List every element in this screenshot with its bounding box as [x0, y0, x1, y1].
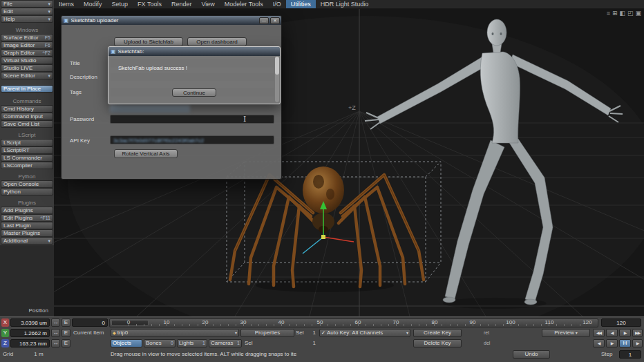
auto-key-dropdown[interactable]: ✓ Auto Key: All Channels ▾ — [319, 329, 410, 337]
menu-utilities[interactable]: Utilities — [286, 0, 316, 8]
layout-corner-icon[interactable]: ◰ — [627, 10, 634, 17]
y-expand-icon[interactable]: ↔ — [51, 329, 60, 337]
open-dashboard-button[interactable]: Open dashboard — [187, 37, 247, 46]
title-field-label: Title — [70, 60, 80, 66]
menu-modeler-tools[interactable]: Modeler Tools — [220, 0, 268, 8]
blurred-option-control[interactable] — [110, 105, 190, 113]
timeline-ruler[interactable]: 0 10 20 30 40 50 60 70 80 90 100 110 120 — [109, 318, 598, 327]
continue-button[interactable]: Continue — [172, 88, 216, 97]
x-expand-icon[interactable]: ↔ — [51, 318, 60, 327]
menu-io[interactable]: I/O — [268, 0, 286, 8]
sidebar-empty-area: Position — [0, 245, 54, 316]
sidebar-item-add-plugins[interactable]: Add Plugins — [1, 207, 53, 214]
step-value-field[interactable]: 1 — [619, 350, 641, 359]
sidebar-item-save-cmd-list[interactable]: Save Cmd List — [1, 120, 53, 128]
sidebar-item-lscript[interactable]: LScript — [1, 139, 53, 146]
spider-marking — [313, 175, 324, 189]
sidebar-menu-edit[interactable]: Edit ▾ — [1, 8, 53, 15]
sidebar-item-virtual-studio[interactable]: Virtual Studio — [1, 57, 53, 64]
sidebar-item-lscompiler[interactable]: LSCompiler — [1, 162, 53, 169]
close-icon[interactable]: ✕ — [270, 17, 280, 24]
z-position-field[interactable]: 163.23 mm — [10, 339, 50, 347]
frame-forward-button[interactable]: ▶ — [606, 339, 618, 347]
create-key-shortcut: ret — [484, 329, 489, 337]
layout-quad-icon[interactable]: ⊞ — [612, 10, 618, 17]
sidebar-item-master-plugins[interactable]: Master Plugins — [1, 229, 53, 237]
bones-button[interactable]: Bones 0 — [144, 339, 176, 347]
sidebar-menu-help[interactable]: Help ▾ — [1, 15, 53, 23]
menu-setup[interactable]: Setup — [107, 0, 133, 8]
hold-button[interactable]: H — [619, 339, 631, 347]
sidebar-item-last-plugin[interactable]: Last Plugin — [1, 222, 53, 229]
properties-button[interactable]: Properties — [240, 329, 294, 337]
go-to-start-button[interactable]: ◀◀ — [593, 329, 605, 337]
sidebar-item-open-console[interactable]: Open Console — [1, 180, 53, 188]
api-key-input[interactable]: 3c3ac7f7b0d977c8f7f0c2243f0ab7c2 — [110, 135, 274, 144]
sidebar-item-cmd-history[interactable]: Cmd History — [1, 105, 53, 113]
y-position-field[interactable]: 1.2662 m — [10, 329, 50, 337]
lights-button[interactable]: Lights 1 — [177, 339, 207, 347]
cameras-button[interactable]: Cameras 1 — [209, 339, 242, 347]
image-editor-label: Image Editor — [3, 42, 35, 48]
sidebar-item-python[interactable]: Python — [1, 188, 53, 196]
virtual-studio-label: Virtual Studio — [3, 57, 36, 64]
sidebar-item-parent-in-place[interactable]: Parent in Place — [1, 85, 53, 93]
popup-scrollbar[interactable] — [275, 57, 279, 102]
play-forward-button[interactable]: ▶ — [619, 329, 631, 337]
menu-render[interactable]: Render — [167, 0, 197, 8]
step-back-button[interactable]: ◀ — [606, 329, 618, 337]
popup-titlebar[interactable]: ▣ Sketchfab: — [108, 47, 280, 56]
last-plugin-label: Last Plugin — [3, 222, 31, 229]
scrollbar-thumb[interactable] — [275, 57, 279, 75]
current-frame-field[interactable]: 0 — [72, 318, 108, 327]
layout-single-icon[interactable]: ▣ — [635, 10, 641, 17]
play-button[interactable]: ▶ — [632, 339, 643, 347]
delete-key-button[interactable]: Delete Key — [413, 339, 462, 347]
sidebar-item-edit-plugins[interactable]: Edit Plugins ^F11 — [1, 214, 53, 222]
sidebar-item-scene-editor[interactable]: Scene Editor ▾ — [1, 72, 53, 79]
go-to-end-button[interactable]: ▶▶ — [632, 329, 643, 337]
x-envelope-button[interactable]: E — [61, 318, 70, 327]
master-plugins-label: Master Plugins — [3, 230, 40, 236]
sidebar-item-command-input[interactable]: Command Input — [1, 113, 53, 120]
menu-modify[interactable]: Modify — [79, 0, 107, 8]
rotate-vertical-axis-button[interactable]: Rotate Vertical Axis — [114, 149, 178, 158]
sidebar-item-studio-live[interactable]: Studio LIVE — [1, 64, 53, 72]
popup-title: Sketchfab: — [118, 48, 144, 55]
sidebar-item-lscript-rt[interactable]: LScript/RT — [1, 146, 53, 154]
frame-back-button[interactable]: ◀ — [593, 339, 605, 347]
create-key-button[interactable]: Create Key — [413, 329, 462, 337]
sidebar-item-graph-editor[interactable]: Graph Editor ^F2 — [1, 49, 53, 57]
sidebar-item-surface-editor[interactable]: Surface Editor F5 — [1, 34, 53, 41]
dialog-titlebar[interactable]: ▣ Sketchfab uploader — ✕ — [61, 16, 281, 25]
x-position-field[interactable]: 3.0398 um — [10, 318, 50, 327]
menu-items[interactable]: Items — [54, 0, 79, 8]
preview-dropdown[interactable]: Preview ▾ — [542, 329, 590, 337]
password-input[interactable]: I — [110, 115, 274, 124]
lightwave-layout-window: Items Modify Setup FX Tools Render View … — [0, 0, 644, 362]
z-axis-chip: Z — [1, 339, 9, 347]
sidebar-item-image-editor[interactable]: Image Editor F6 — [1, 41, 53, 49]
y-envelope-button[interactable]: E — [61, 329, 70, 337]
minimize-icon[interactable]: — — [259, 17, 269, 24]
humanoid-left-foot — [443, 297, 455, 303]
scene-editor-label: Scene Editor — [3, 73, 35, 79]
menu-view[interactable]: View — [196, 0, 219, 8]
upload-to-sketchfab-button[interactable]: Upload to Sketchfab — [114, 37, 183, 46]
z-expand-icon[interactable]: ↔ — [51, 339, 60, 347]
sidebar-item-ls-commander[interactable]: LS Commander — [1, 154, 53, 162]
current-item-dropdown[interactable]: ◆ trip0 ▾ — [111, 329, 239, 337]
menu-hdr-light-studio[interactable]: HDR Light Studio — [316, 0, 374, 8]
end-frame-field[interactable]: 120 — [601, 318, 641, 327]
z-envelope-button[interactable]: E — [61, 339, 70, 347]
objects-button[interactable]: Objects — [111, 339, 142, 347]
menu-fx-tools[interactable]: FX Tools — [133, 0, 167, 8]
description-field-label: Description — [70, 74, 97, 80]
gizmo-center-handle[interactable] — [321, 235, 325, 239]
viewport-menu-icon[interactable]: ≡ — [607, 10, 610, 17]
sidebar-menu-file[interactable]: File ▾ — [1, 0, 53, 8]
layout-split-icon[interactable]: ◧ — [619, 10, 625, 17]
undo-button[interactable]: Undo — [513, 350, 550, 359]
sidebar-item-additional[interactable]: Additional ▾ — [1, 237, 53, 245]
viewport-toolbar: ≡ ⊞ ◧ ◰ ▣ — [607, 10, 641, 17]
